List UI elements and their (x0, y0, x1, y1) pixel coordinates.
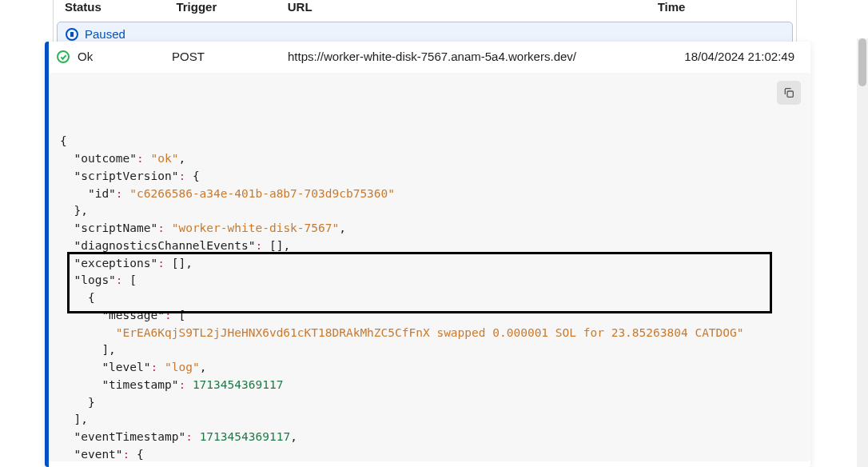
log-viewer: Status Trigger URL Time Paused Ok POST h… (0, 0, 868, 467)
pause-icon (66, 28, 78, 41)
detail-status: Ok (57, 50, 172, 63)
col-status-header: Status (65, 0, 176, 14)
copy-icon (782, 86, 795, 99)
detail-trigger: POST (172, 50, 288, 63)
scrollbar[interactable] (857, 38, 868, 467)
event-detail-panel: Ok POST https://worker-white-disk-7567.a… (45, 42, 810, 467)
svg-rect-0 (787, 91, 793, 97)
detail-status-text: Ok (78, 50, 93, 63)
col-url-header: URL (288, 0, 658, 14)
scrollbar-thumb[interactable] (858, 38, 866, 86)
event-detail-header: Ok POST https://worker-white-disk-7567.a… (49, 42, 810, 73)
table-header: Status Trigger URL Time (54, 0, 796, 22)
json-viewer[interactable]: { "outcome": "ok", "scriptVersion": { "i… (49, 73, 810, 461)
json-content: { "outcome": "ok", "scriptVersion": { "i… (60, 133, 799, 461)
paused-label: Paused (85, 27, 125, 41)
detail-time: 18/04/2024 21:02:49 (684, 50, 794, 63)
copy-button[interactable] (777, 81, 801, 105)
detail-url: https://worker-white-disk-7567.anam-5a4.… (288, 50, 684, 63)
col-trigger-header: Trigger (176, 0, 287, 14)
check-circle-icon (57, 50, 70, 63)
col-time-header: Time (658, 0, 785, 14)
